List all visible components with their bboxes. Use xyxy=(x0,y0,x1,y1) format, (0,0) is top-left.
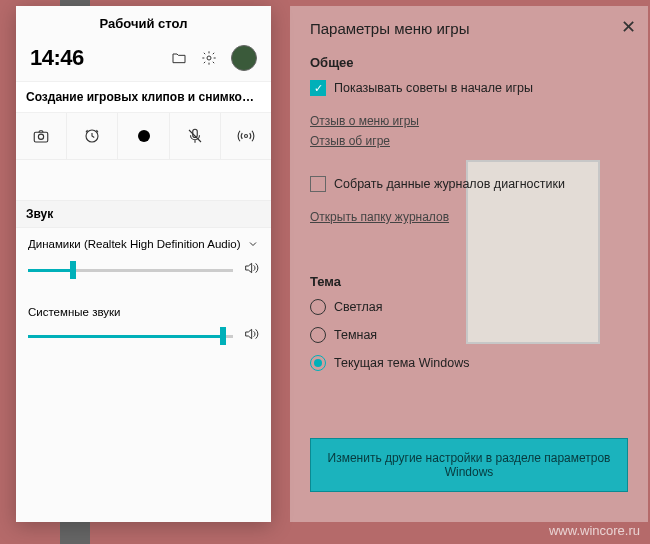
svg-point-5 xyxy=(244,135,247,138)
header-icons xyxy=(171,45,257,71)
show-tips-option[interactable]: Показывать советы в начале игры xyxy=(310,80,628,96)
menu-feedback-link[interactable]: Отзыв о меню игры xyxy=(310,114,628,128)
user-avatar[interactable] xyxy=(231,45,257,71)
game-feedback-link[interactable]: Отзыв об игре xyxy=(310,134,628,148)
theme-dark-option[interactable]: Темная xyxy=(310,327,628,343)
volume-icon[interactable] xyxy=(243,326,259,346)
mic-toggle-button[interactable] xyxy=(170,113,221,159)
capture-notice: Создание игровых клипов и снимков экр... xyxy=(16,81,271,113)
theme-light-radio[interactable] xyxy=(310,299,326,315)
close-icon[interactable]: ✕ xyxy=(621,16,636,38)
game-bar-panel: Рабочий стол 14:46 Создание игровых клип… xyxy=(16,6,271,522)
record-icon xyxy=(138,130,150,142)
device-volume-slider[interactable] xyxy=(28,269,233,272)
system-volume-row xyxy=(16,322,271,352)
sound-heading: Звук xyxy=(16,200,271,228)
theme-current-radio[interactable] xyxy=(310,355,326,371)
theme-light-label: Светлая xyxy=(334,300,383,314)
system-volume-slider[interactable] xyxy=(28,335,233,338)
theme-heading: Тема xyxy=(310,274,628,289)
chevron-down-icon xyxy=(247,238,259,250)
theme-current-option[interactable]: Текущая тема Windows xyxy=(310,355,628,371)
svg-point-0 xyxy=(207,56,211,60)
panel-title: Рабочий стол xyxy=(16,6,271,39)
general-heading: Общее xyxy=(310,55,628,70)
settings-panel: ✕ Параметры меню игры Общее Показывать с… xyxy=(290,6,648,522)
volume-icon[interactable] xyxy=(243,260,259,280)
theme-light-option[interactable]: Светлая xyxy=(310,299,628,315)
show-tips-checkbox[interactable] xyxy=(310,80,326,96)
panel-header: 14:46 xyxy=(16,39,271,81)
collect-logs-checkbox[interactable] xyxy=(310,176,326,192)
svg-point-2 xyxy=(38,134,43,139)
settings-title: Параметры меню игры xyxy=(310,20,628,37)
audio-device-label: Динамики (Realtek High Definition Audio) xyxy=(28,238,241,250)
screenshot-button[interactable] xyxy=(16,113,67,159)
collect-logs-label: Собрать данные журналов диагностики xyxy=(334,177,565,191)
device-volume-row xyxy=(16,256,271,286)
theme-dark-radio[interactable] xyxy=(310,327,326,343)
audio-device-select[interactable]: Динамики (Realtek High Definition Audio) xyxy=(16,228,271,256)
broadcast-button[interactable] xyxy=(221,113,271,159)
collect-logs-option[interactable]: Собрать данные журналов диагностики xyxy=(310,176,628,192)
capture-toolbar xyxy=(16,113,271,160)
open-windows-settings-button[interactable]: Изменить другие настройки в разделе пара… xyxy=(310,438,628,492)
record-button[interactable] xyxy=(118,113,169,159)
clock-time: 14:46 xyxy=(30,45,84,71)
system-sounds-label: Системные звуки xyxy=(16,286,271,322)
show-tips-label: Показывать советы в начале игры xyxy=(334,81,533,95)
watermark: www.wincore.ru xyxy=(549,523,640,538)
open-logs-link[interactable]: Открыть папку журналов xyxy=(310,210,628,224)
theme-current-label: Текущая тема Windows xyxy=(334,356,470,370)
theme-dark-label: Темная xyxy=(334,328,377,342)
gear-icon[interactable] xyxy=(201,50,217,66)
record-last-button[interactable] xyxy=(67,113,118,159)
sound-section: Звук Динамики (Realtek High Definition A… xyxy=(16,160,271,352)
folder-icon[interactable] xyxy=(171,50,187,66)
